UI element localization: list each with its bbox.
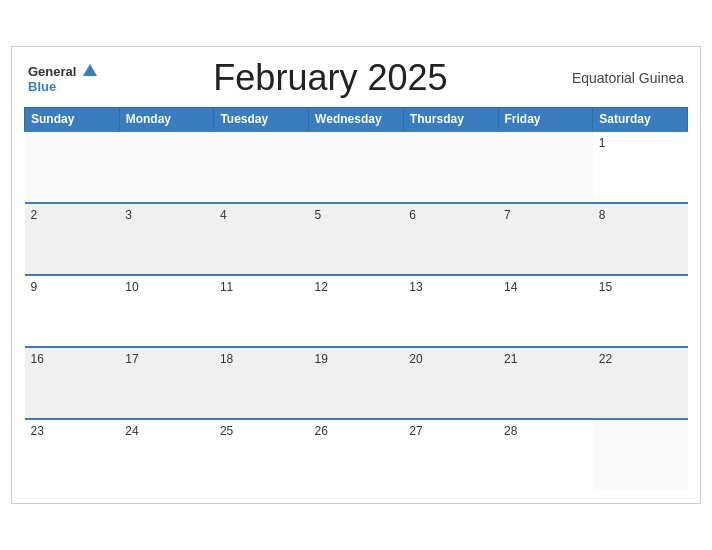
calendar-title: February 2025 — [97, 57, 564, 99]
day-cell-17: 17 — [119, 347, 214, 419]
day-cell-1: 1 — [593, 131, 688, 203]
day-number-22: 22 — [599, 352, 612, 366]
day-number-28: 28 — [504, 424, 517, 438]
day-cell-21: 21 — [498, 347, 593, 419]
day-number-13: 13 — [409, 280, 422, 294]
day-number-19: 19 — [315, 352, 328, 366]
empty-cell — [25, 131, 120, 203]
calendar: General Blue February 2025 Equatorial Gu… — [11, 46, 701, 504]
day-cell-4: 4 — [214, 203, 309, 275]
day-number-8: 8 — [599, 208, 606, 222]
day-cell-2: 2 — [25, 203, 120, 275]
col-tuesday: Tuesday — [214, 108, 309, 132]
day-cell-10: 10 — [119, 275, 214, 347]
day-cell-13: 13 — [403, 275, 498, 347]
logo: General Blue — [28, 62, 97, 94]
day-number-1: 1 — [599, 136, 606, 150]
empty-cell — [403, 131, 498, 203]
col-thursday: Thursday — [403, 108, 498, 132]
day-number-18: 18 — [220, 352, 233, 366]
day-number-7: 7 — [504, 208, 511, 222]
day-number-11: 11 — [220, 280, 233, 294]
day-number-15: 15 — [599, 280, 612, 294]
week-row-3: 9101112131415 — [25, 275, 688, 347]
day-cell-26: 26 — [309, 419, 404, 491]
day-number-24: 24 — [125, 424, 138, 438]
calendar-header: General Blue February 2025 Equatorial Gu… — [24, 57, 688, 99]
day-cell-19: 19 — [309, 347, 404, 419]
day-cell-6: 6 — [403, 203, 498, 275]
empty-cell — [214, 131, 309, 203]
day-cell-3: 3 — [119, 203, 214, 275]
week-row-4: 16171819202122 — [25, 347, 688, 419]
col-sunday: Sunday — [25, 108, 120, 132]
day-cell-23: 23 — [25, 419, 120, 491]
day-cell-14: 14 — [498, 275, 593, 347]
col-wednesday: Wednesday — [309, 108, 404, 132]
calendar-country: Equatorial Guinea — [564, 70, 684, 86]
day-number-20: 20 — [409, 352, 422, 366]
calendar-table: Sunday Monday Tuesday Wednesday Thursday… — [24, 107, 688, 491]
day-number-12: 12 — [315, 280, 328, 294]
logo-triangle-icon — [83, 64, 97, 76]
day-number-6: 6 — [409, 208, 416, 222]
day-number-2: 2 — [31, 208, 38, 222]
day-cell-25: 25 — [214, 419, 309, 491]
day-number-16: 16 — [31, 352, 44, 366]
day-cell-5: 5 — [309, 203, 404, 275]
day-number-4: 4 — [220, 208, 227, 222]
day-cell-22: 22 — [593, 347, 688, 419]
day-cell-8: 8 — [593, 203, 688, 275]
day-number-17: 17 — [125, 352, 138, 366]
day-cell-11: 11 — [214, 275, 309, 347]
day-cell-20: 20 — [403, 347, 498, 419]
day-cell-18: 18 — [214, 347, 309, 419]
col-monday: Monday — [119, 108, 214, 132]
day-cell-12: 12 — [309, 275, 404, 347]
day-cell-9: 9 — [25, 275, 120, 347]
empty-cell — [119, 131, 214, 203]
day-number-14: 14 — [504, 280, 517, 294]
day-number-27: 27 — [409, 424, 422, 438]
day-cell-28: 28 — [498, 419, 593, 491]
empty-cell — [309, 131, 404, 203]
day-cell-7: 7 — [498, 203, 593, 275]
day-number-3: 3 — [125, 208, 132, 222]
day-number-9: 9 — [31, 280, 38, 294]
week-row-1: 1 — [25, 131, 688, 203]
week-row-2: 2345678 — [25, 203, 688, 275]
day-number-5: 5 — [315, 208, 322, 222]
day-cell-24: 24 — [119, 419, 214, 491]
day-cell-27: 27 — [403, 419, 498, 491]
col-friday: Friday — [498, 108, 593, 132]
day-number-10: 10 — [125, 280, 138, 294]
day-cell-15: 15 — [593, 275, 688, 347]
empty-cell — [498, 131, 593, 203]
col-saturday: Saturday — [593, 108, 688, 132]
days-header-row: Sunday Monday Tuesday Wednesday Thursday… — [25, 108, 688, 132]
day-number-26: 26 — [315, 424, 328, 438]
logo-blue-text: Blue — [28, 80, 97, 94]
day-number-21: 21 — [504, 352, 517, 366]
day-cell-16: 16 — [25, 347, 120, 419]
day-number-23: 23 — [31, 424, 44, 438]
day-number-25: 25 — [220, 424, 233, 438]
week-row-5: 232425262728 — [25, 419, 688, 491]
logo-general-text: General — [28, 62, 97, 80]
empty-cell — [593, 419, 688, 491]
